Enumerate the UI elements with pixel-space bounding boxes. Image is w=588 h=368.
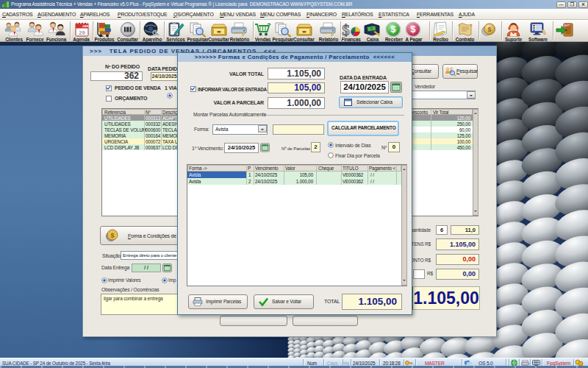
svg-text:29: 29 — [79, 29, 85, 35]
svg-text:$: $ — [342, 21, 350, 38]
svg-text:$: $ — [411, 24, 416, 35]
svg-text:$: $ — [487, 26, 491, 33]
svg-text:$: $ — [110, 232, 114, 239]
svg-text:EXIT: EXIT — [564, 24, 570, 26]
svg-text:$: $ — [391, 24, 396, 35]
svg-text:JAN: JAN — [82, 24, 87, 28]
